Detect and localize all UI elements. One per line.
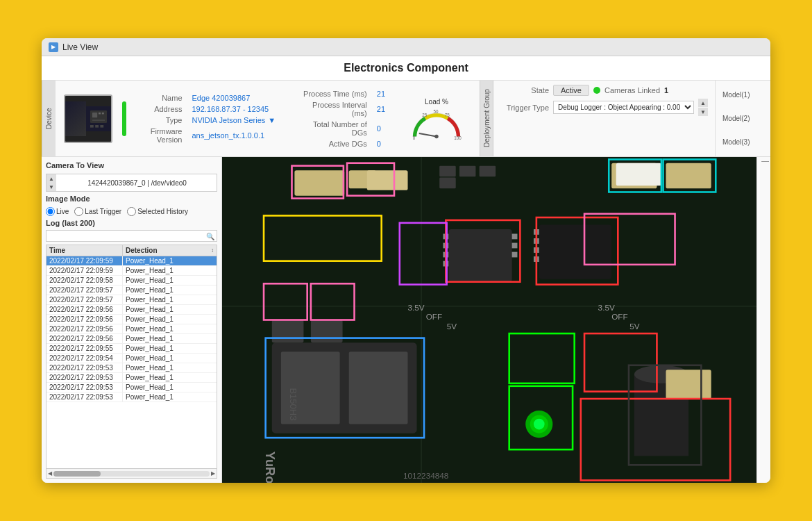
cameras-linked-label: Cameras Linked (604, 86, 660, 94)
log-cell-detection: Power_Head_1 (123, 344, 217, 353)
left-panel: Camera To View ▲ ▼ 1424420039867_0 | /de… (42, 157, 222, 483)
device-info: Name Edge 420039867 Address 192.168.87.3… (56, 81, 480, 156)
process-time-label: Process Time (ms) (300, 89, 370, 99)
trigger-type-select[interactable]: Debug Logger : Object Appearing : 0.00 (553, 101, 694, 114)
radio-selected-history[interactable]: Selected History (127, 207, 188, 216)
model-panel: Model(1) Model(2) Model(3) (715, 81, 770, 156)
scroll-thumb (53, 471, 101, 477)
log-cell-time: 2022/02/17 22:09:53 (46, 392, 123, 402)
log-row[interactable]: 2022/02/17 22:09:59 Power_Head_1 (46, 256, 217, 266)
svg-rect-7 (95, 125, 99, 128)
camera-up-arrow[interactable]: ▲ (46, 174, 56, 183)
svg-text:1012234848: 1012234848 (403, 471, 449, 480)
log-row[interactable]: 2022/02/17 22:09:56 Power_Head_1 (46, 305, 217, 315)
model-3[interactable]: Model(3) (720, 137, 766, 147)
log-scrollbar[interactable]: ◀ ▶ (46, 468, 217, 478)
total-dgs-value: 0 (374, 119, 388, 138)
camera-nav-arrows: ▲ ▼ (46, 174, 56, 191)
log-cell-detection: Power_Head_1 (123, 286, 217, 295)
page-title: Electronics Component (42, 56, 770, 81)
log-search-input[interactable] (46, 230, 217, 242)
model-1[interactable]: Model(1) (720, 90, 766, 100)
svg-line-9 (419, 133, 437, 137)
log-cell-time: 2022/02/17 22:09:55 (46, 344, 123, 353)
active-dgs-label: Active DGs (300, 139, 370, 149)
log-row[interactable]: 2022/02/17 22:09:56 Power_Head_1 (46, 315, 217, 324)
log-row[interactable]: 2022/02/17 22:09:57 Power_Head_1 (46, 286, 217, 295)
svg-text:100: 100 (454, 135, 462, 140)
log-row[interactable]: 2022/02/17 22:09:53 Power_Head_1 (46, 363, 217, 373)
log-row[interactable]: 2022/02/17 22:09:57 Power_Head_1 (46, 295, 217, 305)
col-time: Time (46, 245, 123, 256)
log-cell-detection: Power_Head_1 (123, 295, 217, 304)
radio-live[interactable]: Live (46, 207, 69, 216)
svg-text:25: 25 (422, 112, 428, 117)
camera-down-arrow[interactable]: ▼ (46, 183, 56, 191)
svg-text:50: 50 (434, 109, 439, 114)
scroll-left[interactable]: ◀ (48, 470, 52, 477)
trigger-scroll-up[interactable]: ▲ (698, 99, 708, 107)
firmware-value: ans_jetson_tx.1.0.0.1 (189, 126, 279, 144)
log-row[interactable]: 2022/02/17 22:09:53 Power_Head_1 (46, 383, 217, 392)
state-label: State (500, 86, 549, 94)
log-row[interactable]: 2022/02/17 22:09:58 Power_Head_1 (46, 276, 217, 286)
log-cell-time: 2022/02/17 22:09:59 (46, 266, 123, 275)
log-row[interactable]: 2022/02/17 22:09:55 Power_Head_1 (46, 344, 217, 354)
svg-text:B150H3: B150H3 (288, 388, 298, 420)
type-value[interactable]: NVIDIA Jetson Series ▼ (189, 115, 279, 125)
svg-rect-6 (90, 125, 94, 128)
svg-rect-48 (272, 320, 304, 343)
scroll-right[interactable]: ▶ (211, 470, 215, 477)
log-cell-time: 2022/02/17 22:09:59 (46, 256, 123, 265)
svg-text:5V: 5V (447, 322, 457, 331)
trigger-scroll-down[interactable]: ▼ (698, 108, 708, 116)
svg-rect-4 (102, 113, 104, 114)
pcb-svg: B150H3 1012234848 YuRobot 3.5V 3.5V OFF … (222, 157, 756, 483)
svg-rect-2 (92, 113, 97, 117)
log-cell-detection: Power_Head_1 (123, 373, 217, 382)
process-interval-label: Process Interval (ms) (300, 100, 370, 118)
log-cell-detection: Power_Head_1 (123, 392, 217, 402)
right-panel: │ (756, 157, 770, 483)
log-cell-time: 2022/02/17 22:09:57 (46, 286, 123, 295)
process-interval-value: 21 (374, 100, 388, 118)
log-row[interactable]: 2022/02/17 22:09:53 Power_Head_1 (46, 392, 217, 402)
log-rows[interactable]: 2022/02/17 22:09:59 Power_Head_1 2022/02… (46, 256, 217, 468)
log-row[interactable]: 2022/02/17 22:09:56 Power_Head_1 (46, 324, 217, 334)
gauge: 0 25 50 75 100 (409, 108, 464, 140)
log-cell-detection: Power_Head_1 (123, 276, 217, 285)
sort-icon: ↕ (211, 247, 214, 254)
log-header: Log (last 200) (46, 219, 217, 227)
state-indicator (593, 87, 600, 94)
search-icon: 🔍 (206, 232, 214, 240)
svg-rect-23 (480, 166, 496, 177)
svg-text:OFF: OFF (611, 313, 627, 322)
model-2[interactable]: Model(2) (720, 113, 766, 124)
name-label: Name (133, 93, 185, 103)
log-cell-detection: Power_Head_1 (123, 324, 217, 333)
log-cell-detection: Power_Head_1 (123, 334, 217, 343)
svg-text:3.5V: 3.5V (408, 303, 425, 312)
firmware-label: Firmware Version (133, 126, 185, 144)
process-fields: Process Time (ms) 21 Process Interval (m… (293, 89, 395, 149)
log-cell-time: 2022/02/17 22:09:58 (46, 276, 123, 285)
radio-last-trigger[interactable]: Last Trigger (74, 207, 121, 216)
scroll-track[interactable] (53, 471, 210, 477)
state-panel: State Active Cameras Linked 1 Trigger Ty… (493, 81, 715, 156)
log-row[interactable]: 2022/02/17 22:09:53 Power_Head_1 (46, 373, 217, 383)
log-cell-time: 2022/02/17 22:09:57 (46, 295, 123, 304)
log-cell-time: 2022/02/17 22:09:56 (46, 305, 123, 314)
log-row[interactable]: 2022/02/17 22:09:59 Power_Head_1 (46, 266, 217, 276)
svg-rect-62 (666, 370, 711, 399)
log-row[interactable]: 2022/02/17 22:09:56 Power_Head_1 (46, 334, 217, 344)
log-row[interactable]: 2022/02/17 22:09:54 Power_Head_1 (46, 354, 217, 363)
log-cell-detection: Power_Head_1 (123, 266, 217, 275)
device-panel: Device Name Ed (42, 81, 770, 157)
svg-text:3.5V: 3.5V (598, 303, 615, 312)
total-dgs-label: Total Number of DGs (300, 119, 370, 138)
svg-rect-49 (311, 320, 343, 343)
name-value: Edge 420039867 (189, 93, 279, 103)
svg-rect-26 (666, 163, 711, 189)
svg-rect-22 (459, 166, 475, 177)
log-search: 🔍 (46, 230, 217, 242)
